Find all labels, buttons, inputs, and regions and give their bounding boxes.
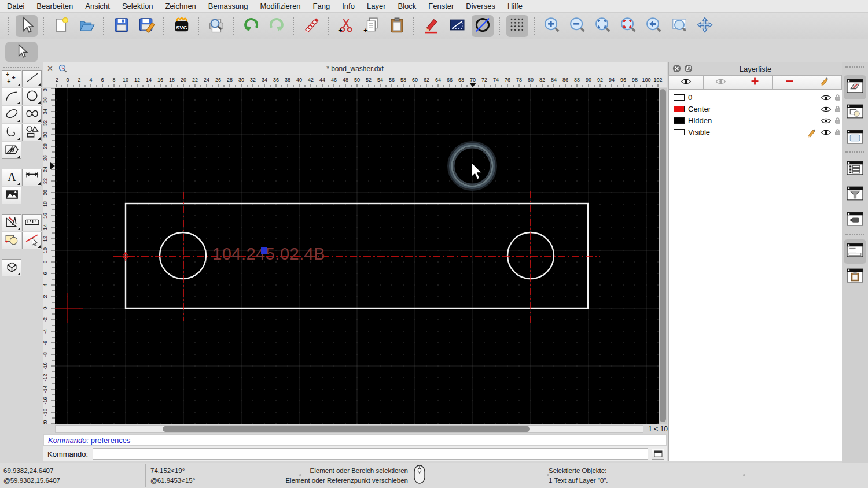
svg-text:-4: -4	[43, 329, 48, 334]
menu-fang[interactable]: Fang	[313, 2, 330, 10]
circle-line-icon	[474, 16, 491, 36]
svg-text:62: 62	[424, 77, 429, 83]
paste-button[interactable]	[386, 15, 408, 37]
print-preview-button[interactable]	[205, 15, 227, 37]
dim-tool-button[interactable]	[22, 169, 42, 186]
pen-button[interactable]	[421, 15, 443, 37]
dock-layer-widget-button[interactable]	[844, 75, 866, 99]
menu-fenster[interactable]: Fenster	[428, 2, 454, 10]
text-tool-button[interactable]: A	[2, 169, 21, 186]
vertical-scrollbar[interactable]	[659, 88, 667, 424]
layer-lock-icon[interactable]	[834, 93, 841, 102]
polyline-tool-button[interactable]	[2, 124, 21, 141]
text-selection-handle[interactable]	[261, 247, 267, 254]
menu-bemassung[interactable]: Bemassung	[208, 2, 248, 10]
block-tool-button[interactable]	[2, 232, 21, 249]
layer-row-center[interactable]: Center	[669, 103, 842, 115]
menu-layer[interactable]: Layer	[367, 2, 386, 10]
remove-layer-button[interactable]	[772, 75, 807, 90]
menu-selektion[interactable]: Selektion	[122, 2, 153, 10]
layer-lock-icon[interactable]	[834, 116, 841, 125]
layer-row-hidden[interactable]: Hidden	[669, 115, 842, 127]
spline-tool-button[interactable]	[22, 106, 42, 123]
select-button[interactable]	[16, 15, 38, 37]
copy-button[interactable]: +	[361, 15, 382, 37]
dock-pen-widget-button[interactable]	[844, 208, 866, 232]
menu-ansicht[interactable]: Ansicht	[85, 2, 110, 10]
new-button[interactable]	[50, 15, 72, 37]
arc-tool-button[interactable]	[2, 88, 21, 105]
menu-zeichnen[interactable]: Zeichnen	[165, 2, 196, 10]
layer-color-swatch[interactable]	[674, 129, 685, 135]
detach-command-button[interactable]	[652, 449, 664, 460]
pan-button[interactable]	[694, 15, 716, 37]
command-input[interactable]	[93, 448, 648, 460]
layer-color-swatch[interactable]	[674, 106, 685, 112]
measure-tool-button[interactable]	[22, 214, 42, 231]
horizontal-scrollbar[interactable]	[55, 425, 643, 433]
open-button[interactable]	[76, 15, 98, 37]
action-hint: Element oder Bereich selektieren Element…	[243, 466, 408, 486]
dock-command-widget-button[interactable]	[844, 239, 866, 264]
drawing-canvas[interactable]: 104.245.02.4B	[55, 88, 659, 424]
undo-button[interactable]	[240, 15, 262, 37]
save-button[interactable]	[111, 15, 133, 37]
hide-all-layers-button[interactable]	[703, 75, 738, 90]
rect-line-button[interactable]	[446, 15, 468, 37]
cut-button[interactable]: +	[335, 15, 357, 37]
dock-separator	[845, 234, 864, 235]
dock-clipboard-widget-button[interactable]	[844, 265, 866, 289]
grid-button[interactable]	[506, 15, 528, 37]
select-tool-button[interactable]	[5, 42, 38, 62]
zoom-auto-button[interactable]	[592, 15, 614, 37]
deselect-tool-button[interactable]	[22, 232, 42, 249]
menu-hilfe[interactable]: Hilfe	[507, 2, 523, 10]
polygon-tool-button[interactable]	[22, 124, 42, 141]
dock-filter-widget-button[interactable]	[844, 183, 866, 207]
add-layer-button[interactable]	[738, 75, 773, 90]
edit-layer-button[interactable]	[807, 75, 842, 90]
zoom-window-button[interactable]	[668, 15, 690, 37]
dock-block-widget-button[interactable]	[844, 101, 866, 125]
cube-tool-button[interactable]	[2, 259, 21, 276]
points-tool-button[interactable]: +++	[2, 70, 21, 87]
layer-visibility-icon[interactable]	[821, 128, 832, 136]
save-as-button[interactable]	[136, 15, 158, 37]
layer-row-0[interactable]: 0	[669, 92, 842, 103]
layer-lock-icon[interactable]	[834, 128, 841, 136]
layer-lock-icon[interactable]	[834, 105, 841, 113]
ellipse-tool-button[interactable]	[2, 106, 21, 123]
layer-visibility-icon[interactable]	[821, 117, 832, 125]
zoom-prev-button[interactable]	[643, 15, 665, 37]
svg-text:14: 14	[43, 224, 48, 230]
menu-diverses[interactable]: Diverses	[466, 2, 495, 10]
circle-tool-button[interactable]	[22, 88, 42, 105]
redo-button[interactable]	[266, 15, 288, 37]
image-tool-button[interactable]	[2, 187, 21, 204]
layer-visibility-icon[interactable]	[821, 105, 832, 113]
menu-bearbeiten[interactable]: Bearbeiten	[36, 2, 73, 10]
layer-row-visible[interactable]: Visible	[669, 127, 842, 138]
layer-color-swatch[interactable]	[674, 94, 685, 101]
menu-info[interactable]: Info	[342, 2, 355, 10]
layer-visibility-icon[interactable]	[821, 94, 832, 102]
part-number-text[interactable]: 104.245.02.4B	[212, 245, 325, 263]
zoom-out-button[interactable]	[567, 15, 589, 37]
modify-tool-button[interactable]	[2, 214, 21, 231]
zoom-in-button[interactable]	[541, 15, 563, 37]
zoom-select-button[interactable]	[617, 15, 639, 37]
menu-block[interactable]: Block	[398, 2, 416, 10]
line-tool-button[interactable]	[22, 70, 42, 87]
hatch-tool-button[interactable]	[2, 142, 21, 159]
circle-line-button[interactable]	[472, 15, 494, 37]
svg-export-button[interactable]: SVG	[171, 15, 193, 37]
menu-modifizieren[interactable]: Modifizieren	[260, 2, 301, 10]
dock-library-widget-button[interactable]	[844, 126, 866, 150]
menu-datei[interactable]: Datei	[7, 2, 24, 10]
show-all-layers-button[interactable]	[668, 75, 704, 90]
toolbar-separator	[293, 17, 295, 35]
svg-text:10: 10	[123, 77, 128, 83]
delete-button[interactable]	[300, 15, 322, 37]
layer-color-swatch[interactable]	[674, 117, 685, 124]
dock-list-widget-button[interactable]	[844, 157, 866, 182]
